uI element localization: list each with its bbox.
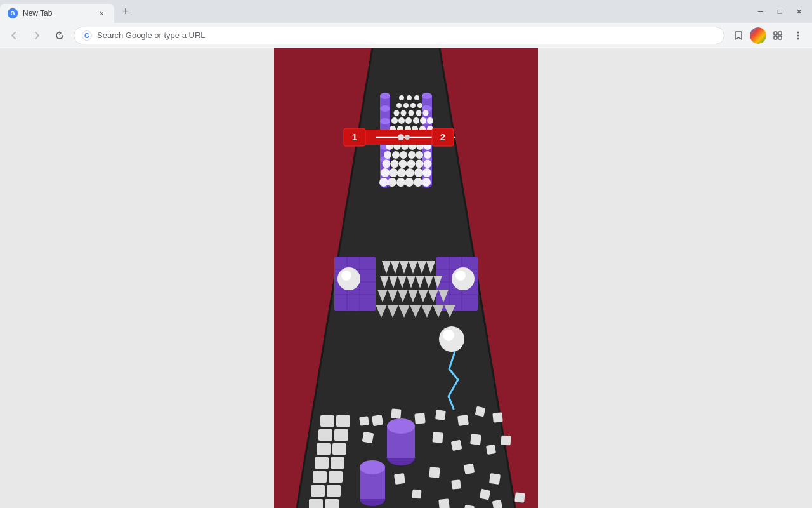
svg-text:1: 1 xyxy=(352,131,357,142)
svg-rect-217 xyxy=(501,436,511,446)
svg-point-69 xyxy=(423,110,429,116)
svg-rect-191 xyxy=(332,443,346,455)
svg-point-61 xyxy=(396,103,402,108)
bookmark-button[interactable] xyxy=(730,27,747,44)
svg-point-66 xyxy=(401,110,407,116)
svg-rect-198 xyxy=(309,499,323,508)
tab-title: New Tab xyxy=(23,9,91,18)
svg-point-24 xyxy=(380,118,390,124)
svg-rect-5 xyxy=(774,32,777,35)
svg-point-11 xyxy=(797,37,799,39)
svg-point-110 xyxy=(414,168,423,177)
game-container: 1 2 xyxy=(274,48,538,508)
maximize-button[interactable]: □ xyxy=(771,3,788,20)
svg-point-205 xyxy=(360,460,385,474)
close-button[interactable]: ✕ xyxy=(790,3,807,20)
svg-rect-197 xyxy=(327,485,341,497)
svg-point-125 xyxy=(398,134,404,140)
svg-point-18 xyxy=(380,93,390,99)
back-button[interactable] xyxy=(5,27,23,44)
svg-text:G: G xyxy=(84,32,89,39)
minimize-button[interactable]: ─ xyxy=(752,3,769,20)
tab-favicon: G xyxy=(8,8,18,18)
svg-point-171 xyxy=(443,330,454,341)
svg-point-60 xyxy=(414,95,419,100)
refresh-button[interactable] xyxy=(51,27,69,44)
svg-rect-6 xyxy=(778,32,782,35)
svg-point-115 xyxy=(405,178,414,187)
tab-strip: G New Tab ✕ + xyxy=(0,0,752,23)
svg-point-9 xyxy=(797,31,799,33)
active-tab[interactable]: G New Tab ✕ xyxy=(0,4,114,23)
svg-point-202 xyxy=(387,418,415,434)
svg-point-105 xyxy=(424,160,432,168)
svg-text:G: G xyxy=(10,10,15,17)
new-tab-button[interactable]: + xyxy=(117,3,134,20)
svg-rect-222 xyxy=(489,473,501,485)
svg-rect-207 xyxy=(391,408,401,418)
svg-rect-221 xyxy=(464,464,475,474)
svg-rect-225 xyxy=(394,473,405,485)
svg-point-4 xyxy=(750,27,766,44)
svg-point-96 xyxy=(400,151,407,159)
svg-point-67 xyxy=(409,110,414,116)
svg-point-126 xyxy=(405,135,410,140)
svg-rect-192 xyxy=(315,457,329,469)
svg-rect-208 xyxy=(414,413,425,424)
svg-rect-218 xyxy=(362,432,374,444)
svg-rect-8 xyxy=(778,36,782,39)
address-bar[interactable]: G Search Google or type a URL xyxy=(74,27,724,44)
svg-point-104 xyxy=(416,160,424,168)
svg-point-167 xyxy=(341,271,351,281)
svg-point-98 xyxy=(416,151,423,159)
svg-point-103 xyxy=(407,160,416,168)
svg-point-117 xyxy=(422,178,431,187)
svg-rect-186 xyxy=(320,415,334,427)
svg-point-64 xyxy=(417,103,422,108)
title-bar: G New Tab ✕ + ─ □ ✕ xyxy=(0,0,812,23)
game-scene: 1 2 xyxy=(274,48,538,508)
svg-point-97 xyxy=(408,151,416,159)
svg-rect-188 xyxy=(318,429,332,441)
svg-rect-210 xyxy=(457,415,469,426)
svg-rect-209 xyxy=(435,410,446,420)
extensions-button[interactable] xyxy=(769,27,787,44)
svg-point-106 xyxy=(381,168,390,177)
svg-rect-224 xyxy=(479,489,490,500)
toolbar-actions xyxy=(730,27,807,44)
svg-point-73 xyxy=(413,117,419,124)
svg-rect-190 xyxy=(317,443,331,455)
svg-rect-215 xyxy=(470,434,481,445)
svg-point-100 xyxy=(383,160,391,168)
svg-rect-196 xyxy=(311,485,325,497)
svg-rect-219 xyxy=(359,416,369,426)
svg-point-99 xyxy=(424,151,431,159)
svg-rect-227 xyxy=(438,498,450,508)
svg-rect-195 xyxy=(329,471,343,483)
svg-rect-212 xyxy=(492,412,502,422)
svg-point-108 xyxy=(397,168,406,177)
svg-point-102 xyxy=(399,160,407,168)
forward-button[interactable] xyxy=(28,27,46,44)
svg-point-65 xyxy=(394,110,400,116)
svg-rect-213 xyxy=(432,432,443,443)
svg-point-71 xyxy=(398,117,405,124)
svg-point-114 xyxy=(396,178,405,187)
window-frame: G New Tab ✕ + ─ □ ✕ xyxy=(0,0,812,508)
svg-point-111 xyxy=(422,168,431,177)
svg-rect-199 xyxy=(325,499,339,508)
window-controls: ─ □ ✕ xyxy=(752,0,812,23)
svg-rect-214 xyxy=(451,439,462,451)
menu-button[interactable] xyxy=(789,27,807,44)
svg-rect-211 xyxy=(475,406,486,417)
tab-close-button[interactable]: ✕ xyxy=(96,8,107,18)
svg-point-39 xyxy=(422,93,432,99)
svg-point-21 xyxy=(380,105,390,112)
svg-point-72 xyxy=(405,117,412,124)
svg-point-75 xyxy=(427,117,433,124)
svg-rect-193 xyxy=(331,457,344,469)
svg-point-113 xyxy=(388,178,396,187)
svg-rect-7 xyxy=(774,36,777,39)
profile-avatar[interactable] xyxy=(750,27,766,44)
svg-point-62 xyxy=(403,103,409,108)
